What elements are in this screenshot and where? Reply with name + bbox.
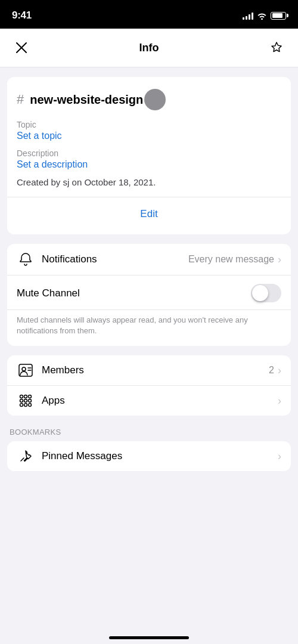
bookmarks-section: Pinned Messages › xyxy=(7,441,291,471)
members-count: 2 xyxy=(269,365,274,376)
toggle-thumb xyxy=(252,285,268,301)
chevron-right-icon: › xyxy=(278,450,281,463)
svg-point-13 xyxy=(24,404,27,407)
status-time: 9:41 xyxy=(12,10,32,21)
members-label: Members xyxy=(42,364,269,376)
topic-label: Topic xyxy=(17,120,281,129)
svg-point-9 xyxy=(20,400,23,402)
notifications-row[interactable]: Notifications Every new message › xyxy=(7,244,291,275)
chevron-right-icon: › xyxy=(278,364,281,377)
mute-row: Mute Channel xyxy=(7,275,291,310)
members-apps-section: Members 2 › Apps › xyxy=(7,355,291,416)
avatar xyxy=(144,89,166,110)
svg-point-10 xyxy=(24,400,27,402)
svg-point-7 xyxy=(24,395,27,398)
nav-header: Info xyxy=(0,29,298,67)
main-screen: Info # new-website-design Topic Set a to… xyxy=(0,29,298,644)
apps-icon xyxy=(17,394,35,407)
description-label: Description xyxy=(17,148,281,158)
signal-icon xyxy=(243,11,253,20)
notifications-label: Notifications xyxy=(42,253,188,265)
status-bar: 9:41 xyxy=(0,0,298,29)
chevron-right-icon: › xyxy=(278,395,281,407)
mute-toggle[interactable] xyxy=(251,284,281,302)
channel-name: new-website-design xyxy=(30,93,143,107)
pinned-messages-row[interactable]: Pinned Messages › xyxy=(7,441,291,471)
apps-label: Apps xyxy=(42,395,278,407)
chevron-right-icon: › xyxy=(278,253,281,266)
bookmarks-section-label: BOOKMARKS xyxy=(0,416,298,441)
home-indicator xyxy=(109,636,189,639)
notifications-section: Notifications Every new message › Mute C… xyxy=(7,244,291,346)
battery-icon xyxy=(271,12,286,20)
wifi-icon xyxy=(257,12,267,20)
notifications-value: Every new message xyxy=(188,254,274,265)
bell-icon xyxy=(17,252,35,267)
svg-point-12 xyxy=(20,404,23,407)
edit-button[interactable]: Edit xyxy=(17,206,281,222)
svg-point-6 xyxy=(20,395,23,398)
channel-name-row: # new-website-design xyxy=(17,89,281,110)
star-button[interactable] xyxy=(267,38,286,57)
pin-icon xyxy=(17,450,35,463)
members-icon xyxy=(17,364,35,377)
set-topic-button[interactable]: Set a topic xyxy=(17,131,281,141)
hash-icon: # xyxy=(17,93,24,106)
pinned-messages-label: Pinned Messages xyxy=(42,450,278,462)
status-icons xyxy=(243,11,286,20)
svg-point-3 xyxy=(22,367,26,371)
divider xyxy=(7,197,291,197)
close-button[interactable] xyxy=(12,38,31,57)
svg-point-8 xyxy=(29,395,32,398)
set-description-button[interactable]: Set a description xyxy=(17,159,281,170)
mute-description: Muted channels will always appear read, … xyxy=(7,310,291,346)
mute-label: Mute Channel xyxy=(17,287,251,299)
topic-field: Topic Set a topic xyxy=(17,120,281,141)
apps-row[interactable]: Apps › xyxy=(7,386,291,416)
created-text: Created by sj on October 18, 2021. xyxy=(17,177,281,187)
members-row[interactable]: Members 2 › xyxy=(7,355,291,386)
page-title: Info xyxy=(139,42,159,54)
description-field: Description Set a description xyxy=(17,148,281,170)
channel-info-card: # new-website-design Topic Set a topic D… xyxy=(7,77,291,234)
bookmarks-header: BOOKMARKS xyxy=(0,416,298,441)
svg-point-14 xyxy=(29,404,32,407)
svg-point-11 xyxy=(29,400,32,402)
svg-line-15 xyxy=(21,458,24,461)
